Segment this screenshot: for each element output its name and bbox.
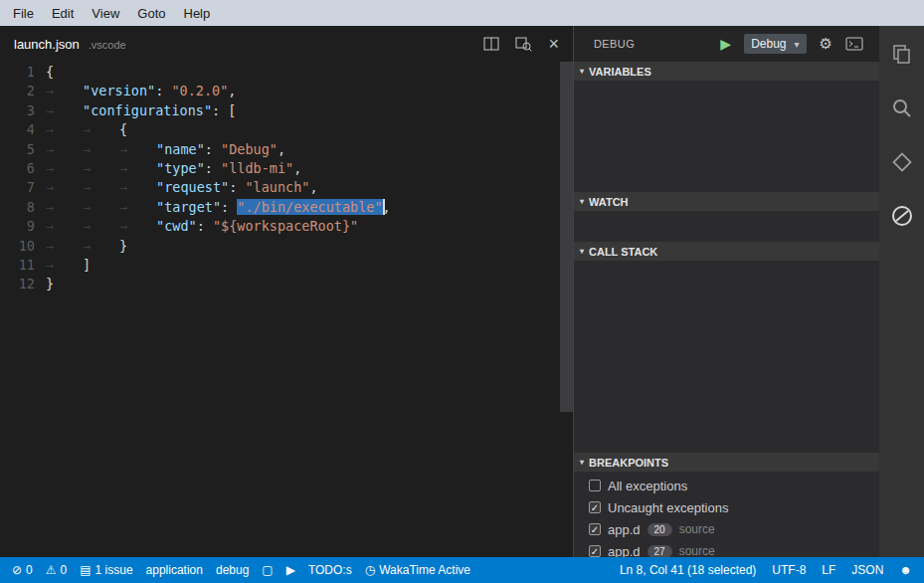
line-content: } [46,275,54,293]
debug-config-dropdown[interactable]: Debug ▾ [744,34,806,54]
code-line[interactable]: 2→"version": "0.2.0", [0,82,573,100]
warnings-indicator[interactable]: ⚠0 [46,563,67,577]
line-content: →"version": "0.2.0", [46,82,236,100]
breakpoint-row[interactable]: ✓app.d20source [574,518,879,540]
issues-icon: ▤ [80,563,91,577]
line-content: →"configurations": [ [46,101,236,120]
task-debug[interactable]: debug [216,563,249,577]
code-editor[interactable]: 1{2→"version": "0.2.0",3→"configurations… [0,62,573,557]
breakpoint-row[interactable]: ✓Uncaught exceptions [574,496,879,518]
search-icon[interactable] [889,96,915,121]
debug-controls: ▶ Debug ▾ ⚙ [720,34,863,54]
preview-icon[interactable] [515,37,532,52]
tab-whitespace-icon: → [83,159,119,178]
breakpoint-checkbox[interactable]: ✓ [589,545,601,557]
breakpoint-label: app.d [608,522,641,537]
code-token: "type" [156,160,205,176]
tab-whitespace-icon: → [46,140,83,159]
breakpoint-checkbox[interactable] [589,480,601,491]
tab-whitespace-icon: → [119,198,156,217]
statusbar-label: application [146,563,203,577]
breakpoint-detail: source [679,522,715,536]
active-file-indicator[interactable]: ▢ [262,563,273,577]
cursor-position[interactable]: Ln 8, Col 41 (18 selected) [620,563,756,577]
code-line[interactable]: 7→→→"request": "launch", [0,178,573,197]
menu-view[interactable]: View [83,6,128,21]
eol-indicator[interactable]: LF [822,563,835,577]
code-line[interactable]: 6→→→"type": "lldb-mi", [0,159,573,178]
language-mode[interactable]: JSON [851,563,883,577]
line-content: →→→"type": "lldb-mi", [46,159,301,178]
start-debugging-button[interactable]: ▶ [720,36,731,52]
line-number: 12 [0,275,46,293]
code-line[interactable]: 11→] [0,256,573,275]
task-application[interactable]: application [146,563,203,577]
code-token: : [205,160,221,176]
code-line[interactable]: 12} [0,275,573,293]
statusbar-label: debug [216,563,249,577]
menu-edit[interactable]: Edit [43,6,83,21]
scrollbar-thumb[interactable] [560,62,573,412]
tab-whitespace-icon: → [83,217,119,236]
breakpoint-checkbox[interactable]: ✓ [589,523,601,535]
section-title-variables: VARIABLES [589,66,651,78]
code-line[interactable]: 5→→→"name": "Debug", [0,140,573,159]
breakpoint-line-badge: 27 [647,545,672,558]
breakpoint-checkbox[interactable]: ✓ [589,501,601,513]
vscode-window: FileEditViewGotoHelp launch.json .vscode [0,0,924,583]
breakpoint-row[interactable]: ✓app.d27source [574,540,879,557]
todos-indicator[interactable]: TODO:s [308,563,352,577]
code-line[interactable]: 3→"configurations": [ [0,101,573,120]
code-token: "configurations" [83,102,212,118]
breakpoint-label: Uncaught exceptions [608,500,728,515]
gear-icon[interactable]: ⚙ [820,35,832,53]
split-editor-icon[interactable] [483,37,499,51]
issues-indicator[interactable]: ▤1 issue [80,563,132,577]
explorer-files-icon[interactable] [889,42,915,68]
wakatime-indicator[interactable]: ◷WakaTime Active [365,563,470,577]
section-chevron-icon: ▾ [580,197,584,206]
statusbar: ⊘0⚠0▤1 issueapplicationdebug▢▶TODO:s◷Wak… [0,557,924,583]
code-line[interactable]: 10→→} [0,237,573,256]
open-file-path: .vscode [89,39,126,51]
encoding-indicator[interactable]: UTF-8 [772,563,806,577]
errors-indicator[interactable]: ⊘0 [12,563,33,577]
debug-panel-title: DEBUG [594,38,635,50]
run-todos-button[interactable]: ▶ [286,563,295,577]
statusbar-label: 1 issue [95,563,133,577]
breakpoint-row[interactable]: All exceptions [574,475,879,496]
menu-goto[interactable]: Goto [128,6,174,21]
code-line[interactable]: 4→→{ [0,120,573,139]
debug-sidebar: DEBUG ▶ Debug ▾ ⚙ ▾ VARI [573,26,879,557]
tab-whitespace-icon: → [83,178,119,197]
line-content: →] [46,256,91,275]
statusbar-left: ⊘0⚠0▤1 issueapplicationdebug▢▶TODO:s◷Wak… [12,563,470,577]
clock-icon: ◷ [365,563,375,577]
open-file-name: launch.json [14,37,80,52]
editor-scrollbar[interactable] [560,62,573,557]
code-line[interactable]: 1{ [0,63,573,82]
source-control-icon[interactable] [889,149,915,175]
editor-area: launch.json .vscode × 1{2→"versio [0,26,573,557]
code-token: , [277,141,285,157]
section-chevron-icon: ▾ [580,247,584,256]
debug-console-icon[interactable] [845,37,863,51]
call-stack-content [574,261,879,453]
code-line[interactable]: 8→→→"target": "./bin/executable", [0,198,573,217]
code-token: : [212,102,228,118]
section-header-watch[interactable]: ▾ WATCH [574,192,879,211]
section-header-variables[interactable]: ▾ VARIABLES [574,62,879,81]
code-line[interactable]: 9→→→"cwd": "${workspaceRoot}" [0,217,573,236]
section-header-call-stack[interactable]: ▾ CALL STACK [574,242,879,261]
tab-whitespace-icon: → [83,140,119,159]
smiley-icon: ☻ [899,563,912,577]
feedback-smiley[interactable]: ☻ [899,563,912,577]
line-content: →→→"cwd": "${workspaceRoot}" [46,217,358,236]
section-header-breakpoints[interactable]: ▾ BREAKPOINTS [574,453,879,472]
menu-help[interactable]: Help [175,6,220,21]
close-icon[interactable]: × [548,35,559,53]
code-token: : [229,179,245,195]
code-token: "${workspaceRoot}" [213,218,358,234]
debug-no-bugs-icon[interactable] [889,203,915,229]
menu-file[interactable]: File [4,6,43,21]
